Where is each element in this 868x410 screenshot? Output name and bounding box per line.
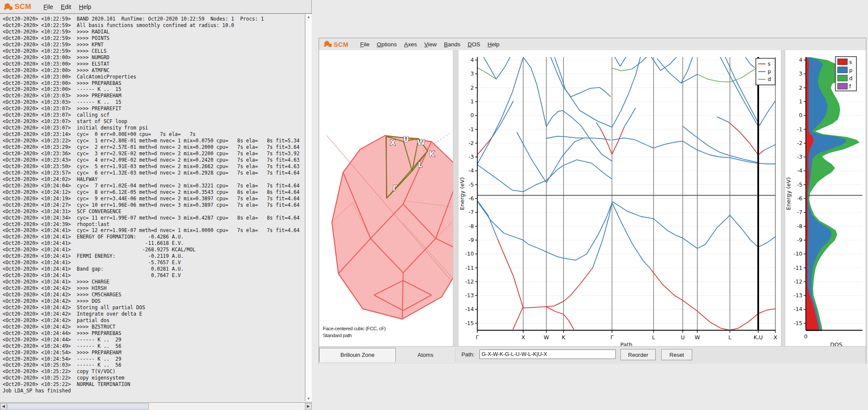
panel-splitter[interactable] <box>453 50 458 346</box>
scm-logo-text: SCM <box>334 41 349 48</box>
y-tick-label: -6 <box>797 195 803 202</box>
menu-item-edit[interactable]: Edit <box>61 3 71 10</box>
band-plot-panel: 43210-1-2-3-4-5-6-7-8-9-10-11-12-13-14-1… <box>458 50 781 346</box>
y-tick-label: -7 <box>469 209 474 215</box>
brillouin-zone-3d-view[interactable]: XUWKLΓ <box>319 50 453 346</box>
y-tick-label: -3 <box>797 154 802 160</box>
scroll-left-icon[interactable]: ◀ <box>0 403 7 410</box>
x-tick-label: X <box>521 334 525 341</box>
hscroll-thumb[interactable] <box>7 403 149 410</box>
x-tick-label: K <box>562 334 566 341</box>
x-tick-label: K,U <box>753 334 763 341</box>
menu-item-help[interactable]: Help <box>79 3 91 10</box>
menu-item-dos[interactable]: DOS <box>468 41 480 48</box>
path-input[interactable] <box>479 350 616 359</box>
y-tick-label: -2 <box>797 140 802 146</box>
y-tick-label: -4 <box>797 167 803 174</box>
y-tick-label: -6 <box>469 195 474 202</box>
legend-swatch-d <box>838 75 847 81</box>
scm-logo-icon[interactable]: SCM <box>323 40 349 48</box>
y-tick-label: 2 <box>470 84 474 91</box>
y-tick-label: -2 <box>469 140 474 146</box>
y-axis-title: Energy (eV) <box>785 177 792 210</box>
scm-paw-icon <box>323 40 333 48</box>
legend-swatch-p <box>838 67 847 73</box>
y-tick-label: -14 <box>794 306 802 312</box>
menu-item-view[interactable]: View <box>424 41 437 48</box>
reorder-button[interactable]: Reorder <box>621 349 656 360</box>
y-tick-label: 1 <box>470 98 474 105</box>
y-axis-title: Energy (eV) <box>459 177 465 210</box>
y-tick-label: 3 <box>470 70 474 77</box>
legend-label-p: p <box>849 67 853 73</box>
log-output[interactable]: <Oct20-2020> <10:22:59> BAND 2020.101 Ru… <box>1 14 306 403</box>
scroll-down-icon[interactable]: ▼ <box>306 396 311 401</box>
menu-item-options[interactable]: Options <box>377 41 397 48</box>
band-structure-chart[interactable]: 43210-1-2-3-4-5-6-7-8-9-10-11-12-13-14-1… <box>458 50 781 346</box>
legend-label-s: s <box>849 59 852 65</box>
y-tick-label: -11 <box>465 265 474 271</box>
panel-splitter[interactable] <box>781 50 785 346</box>
y-tick-label: -9 <box>469 237 474 243</box>
y-tick-label: -15 <box>794 320 802 326</box>
right-menu: FileOptionsAxesViewBandsDOSHelp <box>360 41 500 48</box>
y-tick-label: -10 <box>465 250 474 257</box>
scroll-right-icon[interactable]: ▶ <box>305 403 312 410</box>
y-tick-label: -8 <box>797 223 803 229</box>
y-tick-label: -9 <box>797 237 803 243</box>
bz-caption: Face-centered cubic (FCC, cF) Standard p… <box>323 325 386 339</box>
y-tick-label: 1 <box>799 98 802 105</box>
tab-atoms[interactable]: Atoms <box>396 348 455 362</box>
legend-label-p: p <box>768 68 771 75</box>
kpoint-label-W: W <box>417 138 425 147</box>
x-tick-label: L <box>652 334 655 341</box>
x-axis-title: Path <box>620 341 633 346</box>
y-tick-label: -11 <box>794 265 802 271</box>
legend-swatch-f <box>838 83 847 89</box>
scm-logo-icon[interactable]: SCM <box>3 2 31 12</box>
y-tick-label: -5 <box>469 181 474 188</box>
kpoint-label-U: U <box>403 135 409 144</box>
x-zero-label: 0 <box>804 333 808 340</box>
desktop: { "left_window": { "logo": "SCM", "menu"… <box>0 0 868 410</box>
legend-label-f: f <box>849 83 851 90</box>
x-tick-label: Γ <box>476 334 479 341</box>
dos-chart[interactable]: 43210-1-2-3-4-5-6-7-8-9-10-11-12-13-14-1… <box>785 50 866 346</box>
y-tick-label: -13 <box>465 292 474 298</box>
x-tick-label: X <box>774 334 778 341</box>
kpoint-label-L: L <box>418 160 423 169</box>
brillouin-zone-panel[interactable]: XUWKLΓ Face-centered cubic (FCC, cF) Sta… <box>319 50 453 346</box>
y-tick-label: -3 <box>469 154 474 160</box>
right-menubar: SCM FileOptionsAxesViewBandsDOSHelp <box>319 38 866 51</box>
x-tick-label: L <box>729 334 732 341</box>
bandstructure-window: SCM FileOptionsAxesViewBandsDOSHelp XUWK… <box>319 38 866 364</box>
bz-caption-lattice: Face-centered cubic (FCC, cF) <box>323 325 386 332</box>
y-tick-label: -4 <box>469 167 474 174</box>
scm-logo-text: SCM <box>15 3 31 11</box>
y-tick-label: 0 <box>470 112 474 118</box>
y-tick-label: -1 <box>797 126 802 133</box>
kpoint-label-K: K <box>429 150 435 158</box>
y-tick-label: 2 <box>799 84 802 91</box>
logfile-window: SCM FileEditHelp <Oct20-2020> <10:22:59>… <box>0 0 312 410</box>
menu-item-file[interactable]: File <box>360 41 370 48</box>
y-tick-label: -1 <box>469 126 474 133</box>
y-tick-label: -8 <box>469 223 474 229</box>
reset-button[interactable]: Reset <box>661 349 692 360</box>
menu-item-file[interactable]: File <box>43 3 53 10</box>
x-axis-title: DOS <box>830 341 843 346</box>
menu-item-axes[interactable]: Axes <box>404 41 417 48</box>
log-horizontal-scrollbar[interactable]: ◀ ▶ <box>0 402 312 410</box>
tab-brillouin-zone[interactable]: Brillouin Zone <box>319 348 396 362</box>
y-tick-label: -12 <box>794 278 802 285</box>
x-tick-label: U <box>681 334 684 341</box>
menu-item-bands[interactable]: Bands <box>444 41 460 48</box>
legend-label-d: d <box>849 75 853 81</box>
menu-item-help[interactable]: Help <box>488 41 500 48</box>
dos-plot-panel: 43210-1-2-3-4-5-6-7-8-9-10-11-12-13-14-1… <box>785 50 866 346</box>
scroll-up-icon[interactable]: ▲ <box>306 15 311 19</box>
tab-brillouin-zone-label: Brillouin Zone <box>341 352 375 358</box>
legend-label-d: d <box>768 76 771 82</box>
left-menubar: SCM FileEditHelp <box>0 0 311 14</box>
log-vertical-scrollbar[interactable]: ▲ ▼ <box>305 14 312 401</box>
